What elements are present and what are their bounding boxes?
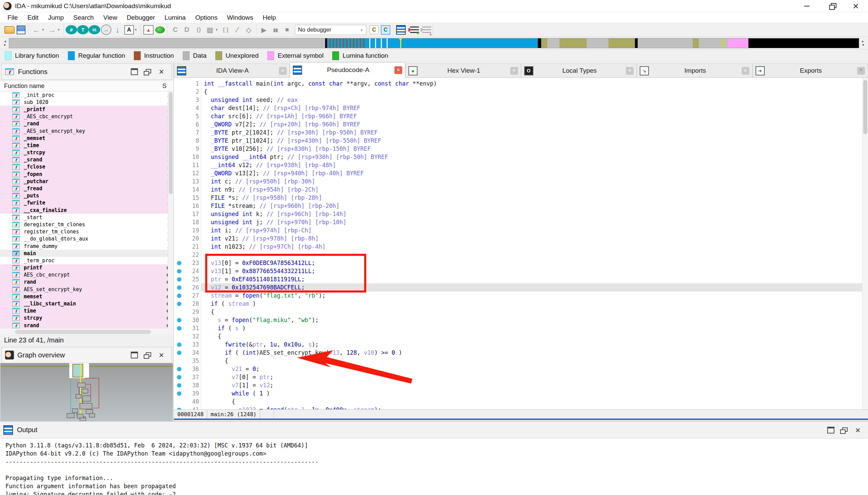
- output-console[interactable]: Python 3.11.8 (tags/v3.11.8:db85d51, Feb…: [0, 439, 868, 495]
- function-row[interactable]: f__do_global_dtors_aux.: [0, 236, 173, 243]
- pseudocode-line[interactable]: 4 char dest[14]; // [rsp+Ch] [rbp-974h] …: [174, 104, 868, 112]
- pseudocode-line[interactable]: 17 unsigned int k; // [rsp+96Ch] [rbp-14…: [174, 210, 868, 218]
- pseudocode-line[interactable]: 25 ptr = 0xEF40511401811919LL;: [174, 275, 868, 283]
- menu-item-edit[interactable]: Edit: [23, 13, 44, 22]
- menu-item-windows[interactable]: Windows: [222, 13, 258, 22]
- pseudocode-line[interactable]: 14 int n9; // [rsp+954h] [rbp-2Ch]: [174, 186, 868, 194]
- function-row[interactable]: fderegister_tm_clones.: [0, 221, 173, 228]
- pseudocode-line[interactable]: 16 FILE *stream; // [rsp+960h] [rbp-20h]: [174, 202, 868, 210]
- pause-icon[interactable]: [270, 24, 281, 35]
- close-tab-icon[interactable]: ×: [510, 67, 518, 75]
- dropdown-caret-icon[interactable]: ▾: [58, 28, 62, 32]
- function-row[interactable]: fmemsete: [0, 293, 173, 300]
- function-row[interactable]: ftimee: [0, 307, 173, 314]
- tab-hex-view-1[interactable]: Hex View-1×: [405, 64, 521, 78]
- menu-item-options[interactable]: Options: [191, 13, 222, 22]
- functions-horizontal-scrollbar[interactable]: [0, 329, 173, 335]
- minimize-window-button[interactable]: [795, 0, 819, 12]
- text-t-icon[interactable]: [77, 25, 89, 34]
- function-row[interactable]: f_AES_cbc_encrypt.: [0, 113, 173, 120]
- function-row[interactable]: f_strcpy.: [0, 149, 173, 156]
- pseudocode-line[interactable]: 36 v21 = 0;: [174, 365, 868, 373]
- close-panel-button[interactable]: [851, 423, 865, 437]
- pencil-icon[interactable]: [231, 24, 243, 35]
- maximize-panel-button[interactable]: [127, 65, 141, 79]
- function-row[interactable]: frande: [0, 278, 173, 286]
- pseudocode-line[interactable]: 21 int n1023; // [rsp+97Ch] [rbp-4h]: [174, 243, 868, 251]
- function-row[interactable]: f_AES_set_encrypt_key.: [0, 127, 173, 135]
- play-icon[interactable]: [258, 24, 270, 35]
- function-row[interactable]: f_printf.: [0, 106, 173, 113]
- jump-icon[interactable]: [112, 24, 123, 35]
- names-icon[interactable]: [123, 24, 135, 35]
- close-tab-icon[interactable]: ×: [279, 67, 287, 75]
- pseudocode-line[interactable]: 18 unsigned int j; // [rsp+970h] [rbp-10…: [174, 218, 868, 226]
- c2-icon[interactable]: [380, 24, 392, 35]
- pseudocode-vertical-scrollbar[interactable]: [862, 78, 868, 409]
- pseudocode-line[interactable]: 5 char src[6]; // [rsp+1Ah] [rbp-966h] B…: [174, 112, 868, 120]
- list-icon[interactable]: [395, 24, 407, 35]
- pseudocode-line[interactable]: 24 v13[1] = 0x8877665544332211LL;: [174, 267, 868, 275]
- dropdown-caret-icon[interactable]: ▾: [42, 28, 46, 32]
- navband-scroll-right-icon[interactable]: ►◄: [859, 38, 867, 48]
- menu-item-help[interactable]: Help: [258, 13, 281, 22]
- pseudocode-line[interactable]: 35 {: [174, 357, 868, 365]
- pseudocode-line[interactable]: 38 v7[1] = v12;: [174, 381, 868, 389]
- function-row[interactable]: f_puts.: [0, 192, 173, 200]
- bpt-add-icon[interactable]: [407, 24, 419, 35]
- pseudocode-line[interactable]: 33 fwrite(&ptr, 1u, 0x10u, s);: [174, 340, 868, 348]
- function-name-column-header[interactable]: Function name S: [0, 81, 173, 91]
- pseudocode-line[interactable]: 41 n1023 = fread(ptr_1, 1u, 0x400u, stre…: [174, 406, 868, 409]
- pseudocode-line[interactable]: 32 {: [174, 332, 868, 340]
- menu-item-search[interactable]: Search: [69, 13, 99, 22]
- function-row[interactable]: f_memset.: [0, 135, 173, 142]
- pseudocode-line[interactable]: 39 while ( 1 ): [174, 389, 868, 397]
- debugger-select[interactable]: No debugger∨: [295, 25, 366, 35]
- pseudocode-line[interactable]: 8 _BYTE ptr_1[1024]; // [rsp+430h] [rbp-…: [174, 137, 868, 145]
- segment-column-header[interactable]: S: [162, 83, 167, 90]
- restore-window-button[interactable]: [819, 0, 844, 12]
- close-tab-bar-icon[interactable]: ×: [857, 66, 865, 74]
- dropdown-caret-icon[interactable]: ▾: [135, 28, 139, 32]
- open-file-icon[interactable]: [4, 24, 15, 35]
- function-row[interactable]: fregister_tm_clones.: [0, 228, 173, 236]
- pseudocode-line[interactable]: 34 if ( (int)AES_set_encrypt_key(v13, 12…: [174, 348, 868, 357]
- pseudocode-line[interactable]: 20 int v21; // [rsp+978h] [rbp-8h]: [174, 235, 868, 243]
- close-tab-icon[interactable]: ×: [626, 67, 633, 75]
- pseudocode-line[interactable]: 10 unsigned __int64 ptr; // [rsp+930h] […: [174, 153, 868, 161]
- pseudocode-line[interactable]: 2{: [174, 88, 868, 96]
- function-row[interactable]: f_putchar.: [0, 178, 173, 185]
- dropdown-caret-icon[interactable]: ▾: [216, 28, 220, 32]
- function-row[interactable]: fmain.: [0, 250, 173, 257]
- menu-item-file[interactable]: File: [3, 13, 23, 22]
- close-window-button[interactable]: [844, 0, 868, 12]
- tab-local-types[interactable]: Local Types×: [521, 64, 637, 78]
- pseudocode-line[interactable]: 29 {: [174, 308, 868, 316]
- function-row[interactable]: fAES_set_encrypt_keye: [0, 286, 173, 293]
- stop-icon[interactable]: [281, 24, 293, 35]
- scrollbar-thumb[interactable]: [169, 92, 173, 194]
- function-row[interactable]: fstrcpye: [0, 314, 173, 322]
- forward-icon[interactable]: [46, 24, 58, 35]
- pseudocode-line[interactable]: 26 v12 = 0x1032547698BADCFELL;: [174, 283, 868, 291]
- float-panel-button[interactable]: [837, 423, 851, 437]
- pseudocode-line[interactable]: 12 _QWORD v13[2]; // [rsp+940h] [rbp-40h…: [174, 169, 868, 177]
- back-icon[interactable]: [31, 24, 42, 35]
- function-row[interactable]: fAES_cbc_encrypte: [0, 271, 173, 278]
- close-panel-button[interactable]: [155, 65, 168, 79]
- pseudocode-line[interactable]: 22: [174, 251, 868, 259]
- pseudocode-line[interactable]: 9 _BYTE v10[256]; // [rsp+830h] [rbp-150…: [174, 145, 868, 153]
- menu-item-jump[interactable]: Jump: [43, 13, 68, 22]
- menu-item-lumina[interactable]: Lumina: [160, 13, 190, 22]
- float-panel-button[interactable]: [141, 348, 155, 362]
- tab-exports[interactable]: Exports×: [752, 64, 868, 78]
- function-row[interactable]: f_term_proc.: [0, 257, 173, 264]
- diamond-icon[interactable]: [243, 24, 255, 35]
- pseudocode-line[interactable]: 1int __fastcall main(int argc, const cha…: [174, 80, 868, 88]
- d-gray-icon[interactable]: [181, 24, 193, 35]
- pseudocode-line[interactable]: 27 stream = fopen("flag.txt", "rb");: [174, 291, 868, 300]
- close-panel-button[interactable]: [155, 348, 168, 362]
- tab-ida-view-a[interactable]: IDA View-A×: [174, 64, 290, 78]
- pseudocode-line[interactable]: 37 v7[0] = ptr;: [174, 373, 868, 381]
- bpt-gear-icon[interactable]: [419, 24, 431, 35]
